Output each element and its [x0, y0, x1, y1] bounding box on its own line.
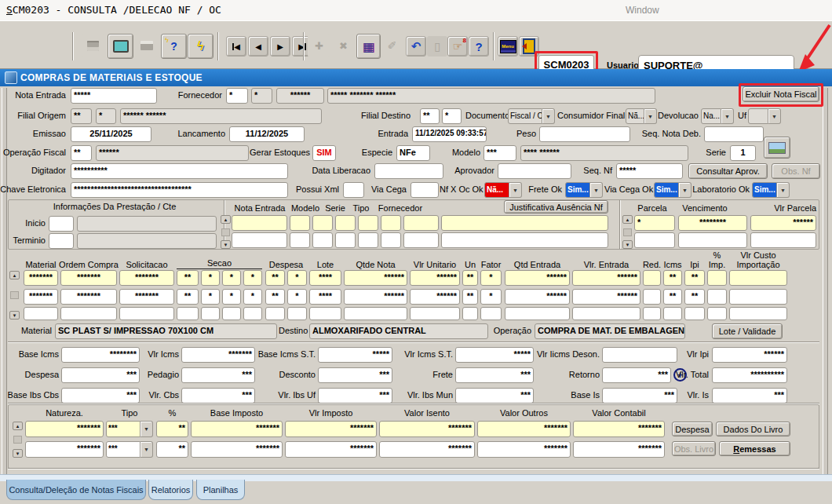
query-button[interactable]: [356, 34, 381, 59]
item-cell[interactable]: [729, 270, 787, 286]
item-cell[interactable]: ******: [572, 289, 640, 305]
item-cell[interactable]: *******: [60, 270, 117, 286]
help-button[interactable]: [469, 36, 489, 57]
total-field[interactable]: ***: [318, 367, 392, 383]
item-cell[interactable]: ******: [410, 289, 460, 305]
chave-eletronica-field[interactable]: ***********************************: [71, 182, 288, 198]
scroll-up-icon[interactable]: [9, 271, 20, 279]
total-field[interactable]: *****: [455, 347, 534, 363]
consumidor-final-dropdown[interactable]: Nã...: [626, 108, 657, 124]
item-cell[interactable]: [707, 270, 727, 286]
seq-nf-field[interactable]: *****: [616, 163, 683, 179]
nf-grid-cell[interactable]: [358, 215, 378, 231]
chevron-down-icon[interactable]: [679, 182, 692, 198]
entrada-field[interactable]: 11/12/2025 09:33:57: [412, 126, 487, 142]
chevron-down-icon[interactable]: [509, 182, 522, 198]
nota-entrada-field[interactable]: *****: [71, 88, 157, 104]
pointer-button[interactable]: [447, 36, 468, 57]
natureza-cell[interactable]: *******: [285, 421, 377, 437]
item-cell[interactable]: ******: [505, 270, 570, 286]
lote-validade-button[interactable]: Lote / Validade: [712, 323, 783, 339]
total-field[interactable]: ***: [181, 367, 255, 383]
especie-field[interactable]: NFe: [396, 145, 430, 161]
serie-field[interactable]: 1: [730, 145, 756, 161]
item-cell[interactable]: *: [480, 270, 502, 286]
filial-destino-v1-field[interactable]: **: [420, 108, 440, 124]
prev-record-button[interactable]: [248, 36, 268, 57]
total-field[interactable]: *****: [318, 347, 392, 363]
first-record-button[interactable]: [226, 36, 246, 57]
item-cell[interactable]: ******: [344, 270, 407, 286]
parcela-cell[interactable]: *: [634, 215, 675, 231]
delete-row-button[interactable]: [332, 34, 355, 57]
next-record-button[interactable]: [270, 36, 290, 57]
item-cell[interactable]: ****: [309, 289, 341, 305]
item-cell[interactable]: *: [222, 289, 241, 305]
frete-ok-dropdown[interactable]: Sim...: [565, 182, 603, 198]
execute-button[interactable]: [188, 34, 213, 59]
dados-do-livro-button[interactable]: Dados Do Livro: [716, 422, 790, 436]
natureza-cell[interactable]: *******: [477, 421, 571, 437]
item-cell[interactable]: [480, 307, 502, 320]
chevron-down-icon[interactable]: [768, 108, 781, 124]
total-field[interactable]: ***: [181, 388, 255, 404]
possui-xml-field[interactable]: [343, 182, 364, 198]
via-cega-ok-dropdown[interactable]: Sim...: [654, 182, 692, 198]
item-cell[interactable]: ******: [572, 270, 640, 286]
scroll-thumb[interactable]: [623, 228, 632, 236]
natureza-tipo-dropdown[interactable]: ***: [106, 421, 153, 437]
modelo-code-field[interactable]: ***: [484, 145, 516, 161]
left-resize-strip[interactable]: [2, 88, 7, 474]
remessas-button[interactable]: Remessas: [719, 441, 790, 456]
item-cell[interactable]: *: [222, 270, 241, 286]
menu-button[interactable]: Menu: [498, 36, 518, 57]
item-cell[interactable]: *******: [24, 270, 58, 286]
chevron-down-icon[interactable]: [140, 421, 153, 437]
operacao-fiscal-code-field[interactable]: **: [71, 145, 92, 161]
print-button[interactable]: [134, 34, 159, 57]
lancamento-field[interactable]: 11/12/2025: [229, 126, 305, 142]
item-cell[interactable]: [309, 307, 341, 320]
item-cell[interactable]: [684, 307, 705, 320]
nf-grid-cell[interactable]: [403, 215, 439, 231]
item-cell[interactable]: [729, 289, 787, 305]
item-cell[interactable]: *******: [60, 289, 117, 305]
item-cell[interactable]: [663, 307, 682, 320]
item-cell[interactable]: [222, 307, 241, 320]
nf-grid-cell[interactable]: [232, 215, 287, 231]
item-cell[interactable]: [344, 307, 407, 320]
natureza-cell[interactable]: *******: [285, 441, 377, 458]
parcelas-scrollbar[interactable]: [622, 215, 633, 249]
item-cell[interactable]: *******: [119, 289, 174, 305]
natureza-cell[interactable]: *******: [573, 441, 665, 458]
total-field[interactable]: ******: [712, 347, 787, 363]
scroll-up-icon[interactable]: [221, 215, 231, 224]
item-cell[interactable]: ******: [410, 270, 460, 286]
scroll-down-icon[interactable]: [9, 311, 20, 320]
terminio-field[interactable]: [49, 233, 74, 249]
item-cell[interactable]: *******: [119, 270, 174, 286]
natureza-cell[interactable]: *******: [573, 421, 665, 437]
inicio-field[interactable]: [49, 216, 74, 232]
item-cell[interactable]: **: [663, 270, 682, 286]
items-scrollbar[interactable]: [9, 271, 20, 320]
item-cell[interactable]: [643, 270, 661, 286]
obs-nf-button[interactable]: Obs. Nf: [772, 163, 820, 179]
item-cell[interactable]: *: [287, 289, 307, 305]
total-field[interactable]: ***: [318, 388, 392, 404]
prompt-help-button[interactable]: [161, 34, 187, 59]
via-cega-field[interactable]: [411, 182, 439, 198]
seq-nota-deb-field[interactable]: [704, 126, 764, 142]
chevron-down-icon[interactable]: [777, 182, 790, 198]
total-field[interactable]: ***: [712, 388, 787, 404]
item-cell[interactable]: [265, 307, 285, 320]
tab-planilhas[interactable]: Planilhas: [196, 480, 245, 500]
scroll-down-icon[interactable]: [221, 240, 231, 249]
emissao-field[interactable]: 25/11/2025: [71, 126, 151, 142]
chevron-down-icon[interactable]: [590, 182, 603, 198]
right-resize-strip[interactable]: [823, 88, 828, 474]
parcela-vencimento-cell[interactable]: [678, 232, 747, 248]
chevron-down-icon[interactable]: [140, 441, 153, 458]
natureza-cell[interactable]: *******: [25, 441, 104, 458]
item-cell[interactable]: [24, 307, 58, 320]
